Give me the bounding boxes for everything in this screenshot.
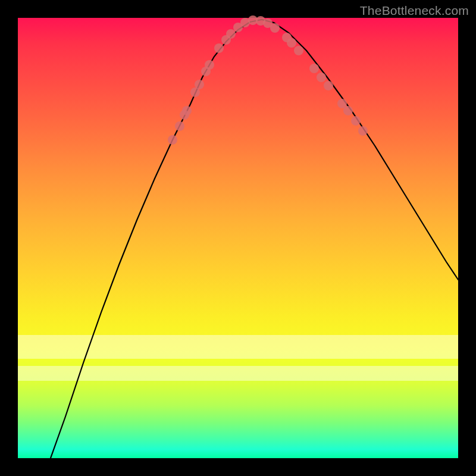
data-point [294, 46, 303, 55]
data-point [309, 64, 319, 73]
data-point [317, 73, 326, 82]
data-point [182, 106, 192, 115]
data-point [287, 38, 296, 48]
data-point [270, 23, 280, 33]
curve-layer [18, 18, 458, 458]
data-point-group [168, 15, 368, 145]
data-point [168, 135, 177, 145]
plot-area [18, 18, 458, 458]
watermark-text: TheBottleneck.com [360, 4, 469, 18]
data-point [175, 121, 184, 131]
data-point [205, 60, 214, 70]
bottleneck-curve [51, 20, 458, 458]
chart-frame: TheBottleneck.com [0, 0, 476, 476]
data-point [358, 126, 368, 136]
data-point [226, 29, 236, 39]
data-point [351, 116, 361, 126]
data-point [343, 106, 353, 115]
data-point [195, 80, 204, 89]
data-point [324, 81, 333, 90]
data-point [214, 43, 224, 53]
